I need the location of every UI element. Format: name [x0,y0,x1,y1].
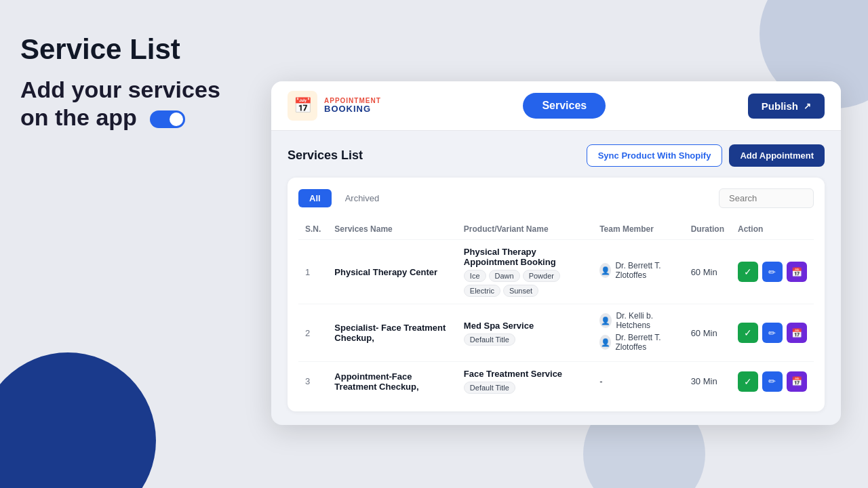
filter-bar: All Archived [298,188,814,208]
tab-archived[interactable]: Archived [337,189,388,207]
col-services-name: Services Name [328,219,457,240]
cell-team-member: 👤Dr. Berrett T. Zlotoffes [593,240,684,304]
list-header: Services List Sync Product With Shopify … [288,144,825,167]
product-tag: Sunset [503,285,538,297]
member-name: Dr. Berrett T. Zlotoffes [615,333,677,352]
toggle-switch[interactable] [150,110,185,128]
search-input[interactable] [719,188,814,208]
app-window: 📅 APPOINTMENT BOOKING Services Publish ↗… [271,81,841,425]
cell-sn: 3 [298,362,328,401]
logo-icon: 📅 [288,91,317,121]
cell-sn: 2 [298,304,328,362]
calendar-button[interactable]: 📅 [787,323,807,343]
table-card: All Archived S.N. Services Name Product/… [288,178,825,411]
member-name: Dr. Berrett T. Zlotoffes [615,261,677,280]
product-tag: Dawn [489,270,520,282]
cell-product-name: Physical Therapy Appointment BookingIceD… [457,240,593,304]
cell-action: ✓✏📅 [731,362,814,401]
check-button[interactable]: ✓ [738,262,758,282]
product-tag: Powder [523,270,560,282]
external-link-icon: ↗ [804,101,811,111]
avatar: 👤 [599,313,612,328]
cell-service-name: Appointment-Face Treatment Checkup, [328,362,457,401]
cell-team-member: - [593,362,684,401]
col-sn: S.N. [298,219,328,240]
sync-shopify-button[interactable]: Sync Product With Shopify [587,144,723,167]
calendar-button[interactable]: 📅 [787,262,807,282]
table-row: 2Specialist- Face Treatment Checkup,Med … [298,304,814,362]
member-row: 👤Dr. Kelli b. Hetchens [599,311,677,330]
avatar: 👤 [599,263,611,278]
list-title: Services List [288,148,363,163]
left-panel: Service List Add your services on the ap… [20,34,220,131]
edit-button[interactable]: ✏ [762,371,783,392]
cell-duration: 60 Min [684,240,731,304]
edit-button[interactable]: ✏ [762,323,783,343]
col-action: Action [731,219,814,240]
cell-service-name: Physical Therapy Center [328,240,457,304]
product-tag: Default Title [464,333,515,346]
col-duration: Duration [684,219,731,240]
cell-duration: 60 Min [684,304,731,362]
content-area: Services List Sync Product With Shopify … [271,131,841,425]
tab-all[interactable]: All [298,189,332,207]
product-tag: Ice [464,270,486,282]
check-button[interactable]: ✓ [738,371,758,392]
cell-product-name: Med Spa ServiceDefault Title [457,304,593,362]
page-title: Service List [20,34,220,65]
subtitle: Add your services on the app [20,76,220,131]
header-buttons: Sync Product With Shopify Add Appointmen… [587,144,825,167]
calendar-button[interactable]: 📅 [787,371,807,392]
services-nav-button[interactable]: Services [523,93,606,119]
publish-button[interactable]: Publish ↗ [748,94,825,119]
cell-action: ✓✏📅 [731,304,814,362]
table-row: 3Appointment-Face Treatment Checkup,Face… [298,362,814,401]
cell-action: ✓✏📅 [731,240,814,304]
check-button[interactable]: ✓ [738,323,758,343]
member-name: Dr. Kelli b. Hetchens [616,311,677,330]
top-nav: 📅 APPOINTMENT BOOKING Services Publish ↗ [271,81,841,131]
member-row: 👤Dr. Berrett T. Zlotoffes [599,333,677,352]
avatar: 👤 [599,335,611,350]
table-row: 1Physical Therapy CenterPhysical Therapy… [298,240,814,304]
member-row: 👤Dr. Berrett T. Zlotoffes [599,261,677,280]
add-appointment-button[interactable]: Add Appointment [729,144,825,167]
cell-service-name: Specialist- Face Treatment Checkup, [328,304,457,362]
col-product-name: Product/Variant Name [457,219,593,240]
product-tag: Electric [464,285,500,297]
cell-sn: 1 [298,240,328,304]
col-team-member: Team Member [593,219,684,240]
logo-line2: BOOKING [324,104,381,114]
cell-product-name: Face Treatment ServiceDefault Title [457,362,593,401]
cell-team-member: 👤Dr. Kelli b. Hetchens👤Dr. Berrett T. Zl… [593,304,684,362]
edit-button[interactable]: ✏ [762,262,783,282]
logo-area: 📅 APPOINTMENT BOOKING [288,91,381,121]
filter-tabs: All Archived [298,189,387,207]
logo-text: APPOINTMENT BOOKING [324,97,381,114]
cell-duration: 30 Min [684,362,731,401]
team-member-none: - [599,376,602,386]
decorative-circle-bottom-left [0,352,156,488]
services-table: S.N. Services Name Product/Variant Name … [298,219,814,401]
product-tag: Default Title [464,382,515,394]
